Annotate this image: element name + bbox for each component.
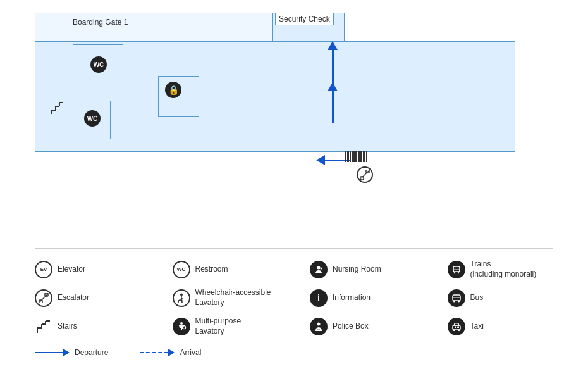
legend-police: Police Box <box>310 316 441 336</box>
legend-escalator: Escalator <box>35 288 166 308</box>
trains-icon <box>448 261 465 278</box>
arrival-legend: Arrival <box>140 348 201 358</box>
taxi-label: Taxi <box>470 322 484 332</box>
svg-point-12 <box>317 266 321 269</box>
departure-arrow <box>35 349 70 356</box>
svg-line-9 <box>361 171 369 178</box>
legend-wheelchair: Wheelchair-accessibleLavatory <box>173 288 304 308</box>
taxi-icon <box>448 318 465 335</box>
svg-line-20 <box>40 294 47 302</box>
svg-point-13 <box>321 267 322 269</box>
svg-point-18 <box>454 267 455 268</box>
information-icon: i <box>310 289 328 307</box>
escalator-map-icon <box>357 166 373 183</box>
elevator-label: Elevator <box>58 265 85 275</box>
bus-icon <box>448 289 465 307</box>
security-room: 🔒 <box>158 76 199 117</box>
svg-rect-49 <box>457 326 459 328</box>
wc-icon-top: WC <box>90 56 107 73</box>
svg-point-19 <box>457 267 458 268</box>
legend-area: EV Elevator WC Restroom Nursing Room <box>35 260 579 358</box>
elevator-icon: EV <box>35 261 52 278</box>
nursing-label: Nursing Room <box>333 265 381 275</box>
svg-point-23 <box>180 293 183 296</box>
departure-label: Departure <box>75 348 108 358</box>
wc-icon-bottom: WC <box>84 110 101 127</box>
gate-label: Boarding Gate 1 <box>73 18 128 27</box>
legend-grid: EV Elevator WC Restroom Nursing Room <box>35 260 579 337</box>
legend-taxi: Taxi <box>448 316 579 336</box>
svg-rect-2 <box>51 101 64 115</box>
legend-bus: Bus <box>448 288 579 308</box>
svg-point-28 <box>453 300 455 302</box>
security-label: Security Check <box>275 13 334 25</box>
svg-text:🔒: 🔒 <box>168 85 180 96</box>
guard-icon: 🔒 <box>165 82 181 98</box>
wheelchair-icon <box>173 289 190 307</box>
gate-scanner-icon <box>345 151 367 162</box>
escalator-label: Escalator <box>58 293 89 303</box>
arrow-up-mid <box>328 82 338 123</box>
svg-point-38 <box>180 322 183 325</box>
arrow-legend-row: Departure Arrival <box>35 348 579 358</box>
information-label: Information <box>333 293 371 303</box>
wc-room-top: WC <box>73 44 123 85</box>
multipurpose-label: Multi-purposeLavatory <box>195 316 242 336</box>
map-area: WC WC 🔒 Boarding Gate 1 Security Check <box>35 13 522 237</box>
legend-elevator: EV Elevator <box>35 260 166 279</box>
departure-legend: Departure <box>35 348 108 358</box>
svg-rect-14 <box>453 266 460 272</box>
legend-restroom: WC Restroom <box>173 260 304 279</box>
stairs-icon <box>36 319 51 334</box>
wc-room-bottom: WC <box>73 101 111 139</box>
nursing-icon <box>310 261 328 278</box>
legend-information: i Information <box>310 288 441 308</box>
svg-rect-48 <box>455 326 456 328</box>
escalator-icon <box>35 289 52 307</box>
right-lower <box>345 41 515 152</box>
svg-line-25 <box>181 299 182 301</box>
stairs-map-icon <box>51 101 64 118</box>
arrival-label: Arrival <box>180 348 201 358</box>
multipurpose-icon <box>173 318 190 335</box>
legend-divider <box>35 248 553 249</box>
restroom-icon: WC <box>173 261 190 278</box>
police-icon <box>310 318 328 335</box>
arrival-arrow <box>140 349 175 356</box>
bus-label: Bus <box>470 293 484 303</box>
gate-notch <box>345 13 515 41</box>
svg-point-39 <box>182 325 185 329</box>
stairs-icon-container <box>35 318 52 335</box>
restroom-label: Restroom <box>195 265 228 275</box>
police-label: Police Box <box>333 322 369 332</box>
svg-point-41 <box>317 322 321 325</box>
wheelchair-label: Wheelchair-accessibleLavatory <box>195 288 271 308</box>
legend-nursing: Nursing Room <box>310 260 441 279</box>
legend-multipurpose: Multi-purposeLavatory <box>173 316 304 336</box>
stairs-label: Stairs <box>58 322 77 332</box>
trains-label: Trains(including monorail) <box>470 260 537 279</box>
legend-trains: Trains(including monorail) <box>448 260 579 279</box>
svg-point-29 <box>458 300 460 302</box>
legend-stairs: Stairs <box>35 316 166 336</box>
